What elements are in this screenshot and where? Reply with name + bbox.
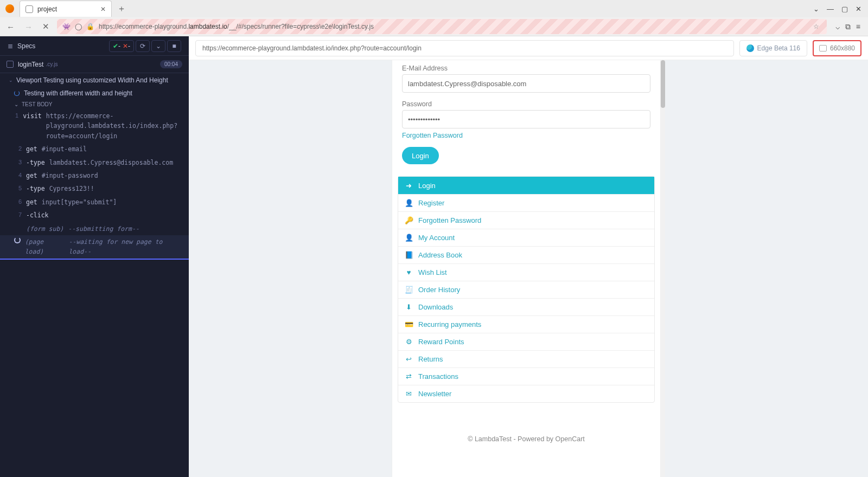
email-label: E-Mail Address	[402, 62, 650, 74]
runner-header: https://ecommerce-playground.lambdatest.…	[189, 36, 868, 60]
menu-item-label: Transactions	[418, 372, 458, 381]
menu-item-icon: 💳	[405, 320, 413, 328]
command-row[interactable]: 4get#input-password	[0, 169, 189, 182]
menu-item-label: Newsletter	[418, 390, 451, 398]
spec-filename: loginTest	[18, 61, 43, 68]
side-menu-item[interactable]: ↩Returns	[398, 350, 654, 368]
side-menu-item[interactable]: ⚙Reward Points	[398, 333, 654, 350]
side-menu-item[interactable]: ✉Newsletter	[398, 385, 654, 402]
command-row[interactable]: 1visithttps://ecommerce-playground.lambd…	[0, 109, 189, 143]
menu-item-icon: 🔑	[405, 216, 413, 224]
command-row[interactable]: 7-click	[0, 209, 189, 222]
robot-icon: 👾	[62, 23, 71, 30]
side-menu-item[interactable]: 🧾Order History	[398, 281, 654, 298]
maximize-icon[interactable]: ▢	[841, 5, 848, 13]
reload-button[interactable]: ⟳	[136, 40, 150, 52]
cypress-sidebar: ≣ Specs ✔- ✕- ⟳ ⌄ ■ loginTest .cy.js 00:…	[0, 36, 189, 477]
aut-scrollbar[interactable]	[661, 60, 665, 477]
bookmark-star-icon[interactable]: ☆	[813, 23, 819, 30]
stop-reload-button[interactable]: ✕	[40, 20, 52, 33]
side-menu-item[interactable]: 🔑Forgotten Password	[398, 211, 654, 229]
specs-title: Specs	[17, 42, 109, 50]
side-menu-item[interactable]: 📘Address Book	[398, 246, 654, 263]
login-button[interactable]: Login	[402, 147, 439, 164]
password-field[interactable]	[402, 110, 650, 128]
spec-ext: .cy.js	[46, 61, 58, 67]
tab-title: project	[37, 5, 57, 13]
password-label: Password	[402, 98, 650, 110]
menu-item-icon: 👤	[405, 199, 413, 207]
window-chevron-icon[interactable]: ⌄	[813, 5, 819, 13]
browser-toolbar: ← → ✕ 👾 ◯ 🔒 https://ecommerce-playground…	[0, 17, 868, 36]
forward-button[interactable]: →	[22, 21, 35, 33]
forgot-password-link[interactable]: Forgotten Password	[402, 128, 463, 143]
pocket-icon[interactable]: ⌵	[835, 22, 840, 31]
stop-button[interactable]: ■	[167, 40, 181, 52]
side-menu-item[interactable]: ⇄Transactions	[398, 368, 654, 385]
email-field[interactable]	[402, 74, 650, 93]
menu-item-label: Forgotten Password	[418, 216, 481, 224]
command-row[interactable]: 5-typeCypress123!!	[0, 182, 189, 195]
spinner-icon	[14, 91, 20, 96]
browser-chrome: project ✕ ＋ ⌄ — ▢ ✕ ← → ✕ 👾 ◯ 🔒 https://…	[0, 0, 868, 36]
command-loading: (page load)--waiting for new page to loa…	[0, 235, 189, 260]
close-tab-icon[interactable]: ✕	[100, 5, 106, 13]
menu-item-label: Address Book	[418, 251, 462, 259]
url-text: https://ecommerce-playground.lambdatest.…	[99, 23, 809, 30]
pass-fail-pill[interactable]: ✔- ✕-	[109, 40, 134, 52]
browser-selector[interactable]: Edge Beta 116	[739, 40, 807, 56]
menu-item-icon: ✉	[405, 390, 413, 398]
side-menu-item[interactable]: ♥Wish List	[398, 263, 654, 281]
side-menu-item[interactable]: 👤Register	[398, 194, 654, 211]
it-block[interactable]: Testing with different width and height	[0, 87, 189, 99]
menu-item-label: Register	[418, 199, 444, 207]
aut-footer: © LambdaTest - Powered by OpenCart	[398, 403, 655, 448]
new-tab-button[interactable]: ＋	[115, 1, 128, 17]
tab-bar: project ✕ ＋ ⌄ — ▢ ✕	[0, 0, 868, 17]
menu-item-icon: ⚙	[405, 338, 413, 346]
menu-item-label: Login	[418, 182, 436, 190]
lock-icon: 🔒	[86, 23, 94, 30]
menu-item-icon: 🧾	[405, 286, 413, 294]
caret-down-icon: ⌄	[14, 101, 18, 107]
caret-down-icon: ⌄	[9, 78, 13, 83]
menu-item-label: Recurring payments	[418, 320, 481, 328]
viewport-size-button[interactable]: 660x880	[813, 40, 861, 56]
extensions-icon[interactable]: ⧉	[845, 22, 851, 31]
minimize-icon[interactable]: —	[827, 5, 834, 13]
close-window-icon[interactable]: ✕	[856, 5, 861, 13]
menu-item-icon: ♥	[405, 268, 413, 276]
address-bar[interactable]: 👾 ◯ 🔒 https://ecommerce-playground.lambd…	[57, 19, 827, 34]
menu-item-label: Order History	[418, 286, 460, 294]
side-menu-item[interactable]: 👤My Account	[398, 229, 654, 246]
command-row[interactable]: 2get#input-email	[0, 143, 189, 156]
hamburger-menu-icon[interactable]: ≡	[856, 22, 860, 31]
browser-tab[interactable]: project ✕	[20, 1, 112, 17]
menu-item-label: Downloads	[418, 303, 453, 311]
firefox-logo-icon	[5, 4, 14, 13]
aut-frame: E-Mail Address Password Forgotten Passwo…	[392, 60, 661, 477]
run-caret-button[interactable]: ⌄	[151, 40, 165, 52]
runner-main: https://ecommerce-playground.lambdatest.…	[189, 36, 868, 477]
command-log: 1visithttps://ecommerce-playground.lambd…	[0, 109, 189, 260]
aut-url-bar[interactable]: https://ecommerce-playground.lambdatest.…	[195, 40, 734, 56]
side-menu-item[interactable]: ⬇Downloads	[398, 298, 654, 315]
scrollbar-thumb[interactable]	[661, 60, 665, 108]
side-menu-item[interactable]: ➜Login	[398, 177, 654, 194]
command-row[interactable]: 3-typelambdatest.Cypress@disposable.com	[0, 156, 189, 169]
spinner-icon	[14, 237, 21, 243]
account-side-menu: ➜Login👤Register🔑Forgotten Password👤My Ac…	[398, 176, 655, 403]
back-button[interactable]: ←	[4, 21, 17, 33]
menu-item-icon: ↩	[405, 355, 413, 363]
menu-item-icon: 👤	[405, 234, 413, 242]
describe-block[interactable]: ⌄ Viewport Testing using customized Widt…	[0, 73, 189, 87]
ruler-icon	[819, 45, 827, 51]
specs-menu-icon[interactable]: ≣	[8, 42, 13, 50]
menu-item-icon: ➜	[405, 182, 413, 190]
test-body-label[interactable]: ⌄ TEST BODY	[0, 99, 189, 109]
side-menu-item[interactable]: 💳Recurring payments	[398, 315, 654, 333]
spec-header[interactable]: loginTest .cy.js 00:04	[0, 56, 189, 73]
edge-icon	[746, 44, 754, 52]
command-row[interactable]: 6getinput[type="submit"]	[0, 196, 189, 209]
menu-item-label: Returns	[418, 355, 443, 363]
